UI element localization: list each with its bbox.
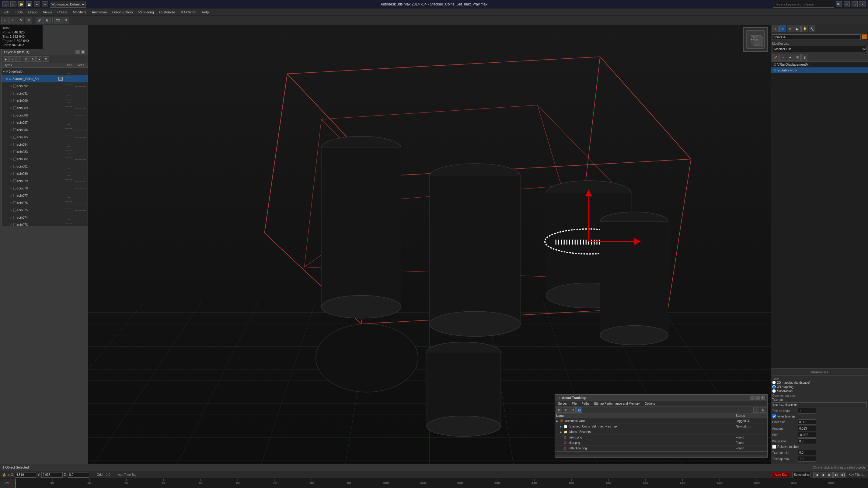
radio-subdivision[interactable]: Subdivision	[772, 389, 867, 393]
app-icon[interactable]: 3	[2, 1, 8, 7]
show-sub-btn[interactable]: ⊡	[794, 54, 801, 61]
menu-maxscript[interactable]: MAXScript	[178, 10, 199, 14]
motion-panel-icon[interactable]: ▶	[794, 26, 801, 32]
layer-sort-btn[interactable]: ⇅	[30, 56, 36, 62]
display-panel-icon[interactable]: 💡	[801, 26, 808, 32]
selected-dropdown[interactable]: Selected	[792, 472, 811, 478]
texmap-min-input[interactable]	[798, 450, 816, 455]
layer-up-btn[interactable]: ▲	[36, 56, 42, 62]
layer-item[interactable]: ▷ coin073 — — — — — —	[2, 221, 88, 226]
link-tool[interactable]: 🔗	[36, 17, 43, 24]
render-btn[interactable]: 📷	[54, 17, 61, 24]
menu-group[interactable]: Group	[26, 10, 40, 14]
timeline-track[interactable]: 0 10 20 30 40 50 60 70 80 90 100 110 120…	[15, 479, 868, 488]
go-start-btn[interactable]: |◀	[813, 472, 819, 478]
modify-panel-icon[interactable]: ✏	[779, 26, 786, 32]
show-end-btn[interactable]: ●	[787, 54, 794, 61]
redo-btn[interactable]: ↪	[42, 1, 48, 7]
radio-3d-mapping[interactable]: 3D mapping	[772, 385, 867, 389]
modifier-list-dropdown[interactable]: Modifier List	[772, 46, 867, 52]
water-level-input[interactable]	[798, 438, 816, 444]
timeline[interactable]: 0 / 225 0 10 20 30 40 50 60 70 80 90 100…	[0, 478, 868, 488]
close-btn[interactable]: ✕	[860, 1, 866, 7]
layer-item[interactable]: ▷ coin092 — — — — — —	[2, 83, 88, 90]
layer-delete-btn[interactable]: ✕	[9, 56, 16, 62]
at-tree-view-btn[interactable]: ▤	[576, 407, 582, 413]
at-menu-bitmap[interactable]: Bitmap Performance and Memory	[592, 402, 642, 405]
menu-graph-editors[interactable]: Graph Editors	[110, 10, 135, 14]
autokey-button[interactable]: Auto Key	[772, 472, 790, 477]
layers-close-btn[interactable]: ✕	[81, 50, 85, 54]
at-menu-server[interactable]: Server	[556, 402, 569, 405]
add-time-tag[interactable]: Add Time Tag	[118, 473, 136, 477]
y-coord-input[interactable]	[41, 472, 63, 478]
rotate-tool[interactable]: ↻	[17, 17, 24, 24]
open-btn[interactable]: 📂	[18, 1, 24, 7]
layer-item[interactable]: ▷ coin089 — — — — — —	[2, 104, 88, 111]
show-result-btn[interactable]: ○	[779, 54, 786, 61]
layer-down-btn[interactable]: ▼	[43, 56, 49, 62]
layer-visibility-box[interactable]	[58, 77, 63, 80]
menu-customize[interactable]: Customize	[157, 10, 178, 14]
at-row[interactable]: ▶ 🏛 Autodesk Vault Logged O...	[555, 418, 767, 424]
at-menu-options[interactable]: Options	[643, 402, 657, 405]
layer-item[interactable]: ▶ ⊡ Stacked_Coins_Set — — — — — —	[2, 75, 88, 83]
layers-help-btn[interactable]: ?	[75, 50, 80, 54]
at-menu-file[interactable]: File	[570, 402, 578, 405]
save-btn[interactable]: 💾	[26, 1, 32, 7]
filter-texmap-checkbox[interactable]	[772, 415, 776, 418]
hierarchy-panel-icon[interactable]: ⊙	[787, 26, 794, 32]
minimize-btn[interactable]: —	[844, 1, 850, 7]
x-coord-input[interactable]	[15, 472, 36, 478]
relative-bbox-checkbox[interactable]	[772, 445, 776, 449]
layer-item[interactable]: ▷ coin088 — — — — — —	[2, 111, 88, 119]
at-row[interactable]: ▶ 📁 Maps / Shaders	[555, 429, 767, 435]
at-grid-view-btn[interactable]: ⊞	[556, 407, 562, 413]
layer-item[interactable]: ▶ ⊡ 0 (default) — — — — — —	[2, 68, 88, 75]
layer-item[interactable]: ▷ coin083 — — — — — —	[2, 148, 88, 155]
scale-tool[interactable]: ⊡	[25, 17, 32, 24]
layer-item[interactable]: ▷ coin075 — — — — — —	[2, 206, 88, 214]
menu-animation[interactable]: Animation	[89, 10, 109, 14]
texture-chan-input[interactable]	[798, 408, 816, 414]
amount-input[interactable]	[798, 426, 816, 431]
render-settings-btn[interactable]: ⚙	[62, 17, 69, 24]
menu-edit[interactable]: Edit	[1, 10, 12, 14]
at-close-btn[interactable]: ✕	[761, 396, 765, 400]
layer-item[interactable]: ▷ coin078 — — — — — —	[2, 185, 88, 192]
at-row[interactable]: 🖼 disp.png Found	[555, 440, 767, 446]
layer-item[interactable]: ▷ coin074 — — — — — —	[2, 214, 88, 221]
radio-2d-mapping[interactable]: 2D mapping (landscape)	[772, 381, 867, 384]
at-list-view-btn[interactable]: ≡	[563, 407, 569, 413]
modifier-item-vray[interactable]: ☑ VRayDisplacementM...	[771, 62, 868, 67]
pin-stack-btn[interactable]: 📌	[772, 54, 779, 61]
layer-item[interactable]: ▷ coin084 — — — — — —	[2, 141, 88, 148]
layer-item[interactable]: ▷ coin080 — — — — — —	[2, 170, 88, 177]
navigation-cube[interactable]: FRONT	[743, 27, 768, 52]
menu-tools[interactable]: Tools	[12, 10, 25, 14]
create-panel-icon[interactable]: ⊹	[772, 26, 779, 32]
maximize-btn[interactable]: □	[851, 1, 858, 7]
texmap-max-input[interactable]	[798, 456, 816, 461]
go-end-btn[interactable]: ▶|	[840, 472, 846, 478]
layer-item[interactable]: ▷ coin090 — — — — — —	[2, 97, 88, 104]
layer-item[interactable]: ▷ coin085 — — — — — —	[2, 133, 88, 141]
at-menu-paths[interactable]: Paths	[580, 402, 591, 405]
layer-item[interactable]: ▷ coin086 — — — — — —	[2, 126, 88, 133]
next-frame-btn[interactable]: ▶|	[833, 472, 839, 478]
layer-item[interactable]: ▷ coin091 — — — — — —	[2, 90, 88, 97]
menu-modifiers[interactable]: Modifiers	[70, 10, 89, 14]
modifier-item-editpoly[interactable]: ☑ Editable Poly	[771, 67, 868, 73]
play-btn[interactable]: ▶	[827, 472, 833, 478]
object-name-input[interactable]	[772, 34, 861, 40]
select-tool[interactable]: ⊹	[1, 17, 8, 24]
layer-view-btn[interactable]: ⊞	[23, 56, 29, 62]
remove-modifier-btn[interactable]: 🗑	[801, 54, 808, 61]
menu-help[interactable]: Help	[199, 10, 212, 14]
layer-select-btn[interactable]: ◈	[3, 56, 9, 62]
key-filters-label[interactable]: Key Filters...	[848, 473, 866, 477]
at-row[interactable]: 🖼 reflection.png Found	[555, 446, 767, 451]
new-btn[interactable]: □	[10, 1, 17, 7]
search-icon-btn[interactable]: 🔍	[836, 1, 842, 7]
at-details-view-btn[interactable]: ⊡	[569, 407, 576, 413]
